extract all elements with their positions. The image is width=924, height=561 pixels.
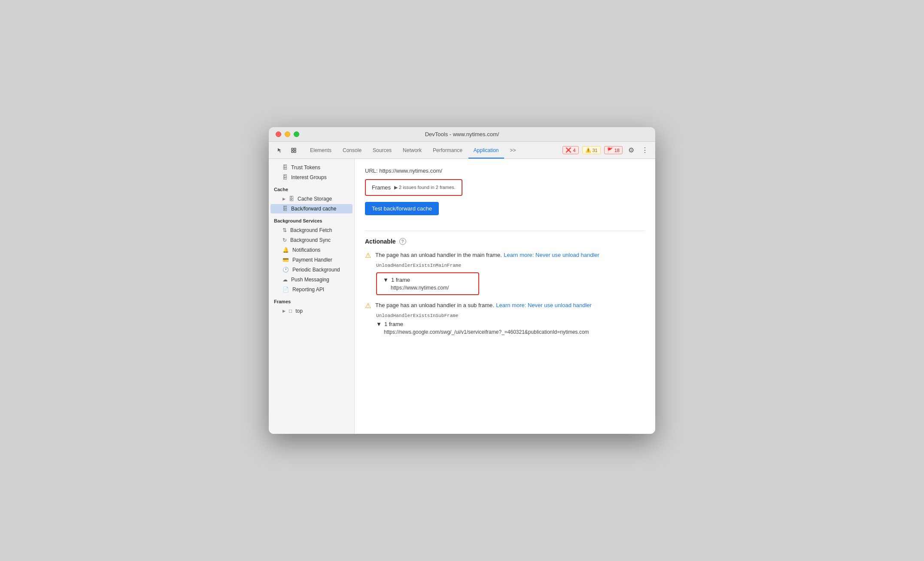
actionable-label: Actionable [365,238,396,245]
issue-2-row: ⚠ The page has an unload handler in a su… [365,301,645,310]
sidebar-item-payment-handler[interactable]: 💳 Payment Handler [271,255,353,265]
issue-1-frame-box: ▼ 1 frame https://www.nytimes.com/ [376,272,479,295]
sidebar-item-label: Periodic Background [292,267,340,273]
cache-storage-icon: 🗄 [289,196,294,202]
test-cache-button[interactable]: Test back/forward cache [365,202,439,215]
sidebar-item-label: Reporting API [292,287,324,293]
warning-icon: ⚠️ [585,147,591,153]
database-icon-2: 🗄 [283,174,288,180]
cloud-icon: ☁ [283,277,288,283]
sidebar-item-label: Trust Tokens [291,165,320,171]
doc-icon: 📄 [283,287,289,293]
sidebar-item-background-fetch[interactable]: ⇅ Background Fetch [271,226,353,235]
url-value: https://www.nytimes.com/ [379,168,442,174]
triangle-down-icon-2: ▼ [376,321,382,327]
issues-badge[interactable]: 🚩 18 [604,146,623,154]
chevron-right-icon: ▶ [283,197,286,201]
issue-2-frame-url: https://news.google.com/swg/_/ui/v1/serv… [376,329,645,335]
toolbar-tabs: Elements Console Sources Network Perform… [305,142,521,159]
warning-count: 31 [593,148,598,153]
url-label: URL: [365,168,378,174]
issue-1-row: ⚠ The page has an unload handler in the … [365,251,645,259]
tab-sources[interactable]: Sources [368,143,397,159]
error-count: 4 [573,148,575,153]
sidebar-item-background-sync[interactable]: ↻ Background Sync [271,235,353,245]
more-options-icon[interactable]: ⋮ [640,145,650,155]
sidebar-item-backforward-cache[interactable]: 🗄 Back/forward cache [271,204,353,213]
svg-rect-3 [294,151,296,152]
tab-application[interactable]: Application [468,143,504,159]
content-area: URL: https://www.nytimes.com/ Frames ▶ 2… [355,159,655,434]
issue-2-frame-expand: ▼ 1 frame https://news.google.com/swg/_/… [376,321,645,335]
error-badge[interactable]: ❌ 4 [562,146,578,154]
warning-icon-1: ⚠ [365,251,371,259]
sidebar-item-interest-groups[interactable]: 🗄 Interest Groups [271,173,353,182]
issue-2-frame-count-row: ▼ 1 frame [376,321,645,327]
settings-icon[interactable]: ⚙ [626,145,636,155]
sidebar-item-periodic-background[interactable]: 🕐 Periodic Background [271,265,353,274]
traffic-lights [276,131,299,137]
sidebar-item-cache-storage[interactable]: ▶ 🗄 Cache Storage [271,194,353,204]
chevron-right-icon-2: ▶ [283,309,286,313]
cursor-icon [277,147,283,153]
backforward-icon: 🗄 [283,206,288,212]
titlebar: DevTools - www.nytimes.com/ [269,127,655,142]
actionable-section-title: Actionable ? [365,238,645,245]
sync-icon: ↻ [283,237,287,243]
tab-console[interactable]: Console [337,143,367,159]
payment-icon: 💳 [283,257,289,263]
maximize-button[interactable] [294,131,299,137]
bell-icon: 🔔 [283,247,289,253]
sidebar-item-label: Push Messaging [291,277,329,283]
divider [365,231,645,231]
issue-1-link[interactable]: Learn more: Never use unload handler [504,252,599,258]
sidebar-item-label: Notifications [292,247,320,253]
issue-1-frame-count-row: ▼ 1 frame [383,277,472,283]
svg-rect-0 [292,148,293,150]
issue-2-code: UnloadHandlerExistsInSubFrame [376,313,645,318]
frames-box[interactable]: Frames ▶ 2 issues found in 2 frames. [365,179,462,196]
sidebar: 🗄 Trust Tokens 🗄 Interest Groups Cache ▶… [269,159,355,434]
tab-network[interactable]: Network [398,143,427,159]
toolbar: Elements Console Sources Network Perform… [269,142,655,159]
cache-section-label: Cache [269,183,354,194]
issue-2-content: The page has an unload handler in a sub … [375,301,592,309]
toolbar-icon-group [274,144,300,156]
sidebar-item-trust-tokens[interactable]: 🗄 Trust Tokens [271,163,353,172]
cursor-icon-button[interactable] [274,144,286,156]
window-title: DevTools - www.nytimes.com/ [425,131,499,137]
tab-elements[interactable]: Elements [305,143,337,159]
issue-1-frame-count: 1 frame [391,277,410,283]
close-button[interactable] [276,131,281,137]
issue-1-code: UnloadHandlerExistsInMainFrame [376,263,645,268]
warning-icon-2: ⚠ [365,302,371,310]
bg-services-section-label: Background Services [269,214,354,225]
fetch-icon: ⇅ [283,227,287,233]
help-icon[interactable]: ? [399,238,406,245]
sidebar-item-label: Interest Groups [291,174,327,180]
sidebar-item-reporting-api[interactable]: 📄 Reporting API [271,285,353,294]
issues-icon: 🚩 [607,147,613,153]
clock-icon: 🕐 [283,267,289,273]
sidebar-item-label: top [295,308,303,314]
sidebar-item-notifications[interactable]: 🔔 Notifications [271,245,353,255]
frames-text: ▶ 2 issues found in 2 frames. [394,185,456,190]
inspect-icon-button[interactable] [288,144,300,156]
issue-2-link[interactable]: Learn more: Never use unload handler [496,302,592,308]
issue-1-text: The page has an unload handler in the ma… [375,252,502,258]
sidebar-item-label: Background Sync [290,237,331,243]
devtools-window: DevTools - www.nytimes.com/ Elements Con… [269,127,655,434]
tab-more[interactable]: >> [505,143,521,159]
toolbar-right: ❌ 4 ⚠️ 31 🚩 18 ⚙ ⋮ [562,145,650,155]
sidebar-item-push-messaging[interactable]: ☁ Push Messaging [271,275,353,284]
frames-section-label: Frames [269,295,354,306]
warning-badge[interactable]: ⚠️ 31 [582,146,601,154]
minimize-button[interactable] [285,131,290,137]
issue-1-frame-url: https://www.nytimes.com/ [383,285,472,291]
issue-2-text: The page has an unload handler in a sub … [375,302,494,308]
sidebar-item-top-frame[interactable]: ▶ □ top [271,306,353,316]
tab-performance[interactable]: Performance [428,143,468,159]
svg-rect-2 [292,151,293,152]
error-icon: ❌ [565,147,571,153]
inspect-icon [291,147,297,153]
